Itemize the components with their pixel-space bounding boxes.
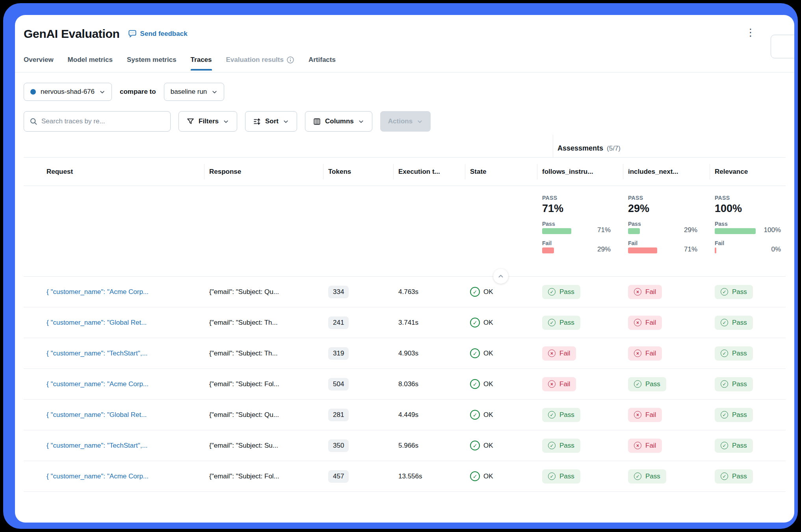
- col-header-includes-next[interactable]: includes_next...: [623, 158, 710, 186]
- table-header-row: Request Response Tokens Execution t... S…: [24, 158, 786, 186]
- tab-evaluation-results[interactable]: Evaluation results: [226, 56, 294, 70]
- badge-status-icon: ×: [634, 319, 641, 326]
- columns-button[interactable]: Columns: [305, 111, 372, 132]
- badge-status-icon: ✓: [548, 411, 556, 419]
- assessment-badge-includes[interactable]: ×Fail: [628, 439, 662, 453]
- clipped-edge-button[interactable]: [771, 35, 794, 58]
- assessment-badge-includes[interactable]: ✓Pass: [628, 377, 666, 391]
- assessment-badge-follows[interactable]: ✓Pass: [542, 439, 580, 453]
- badge-status-icon: ×: [548, 380, 556, 388]
- col-header-follows-instructions[interactable]: follows_instru...: [537, 158, 623, 186]
- tab-overview[interactable]: Overview: [24, 56, 54, 70]
- chevron-down-icon: [283, 119, 289, 125]
- baseline-run-dropdown[interactable]: baseline run: [164, 83, 225, 101]
- traces-table: Assessments (5/7) Request Response Token…: [24, 132, 786, 492]
- response-cell: {"email": "Subject: Su...: [209, 442, 278, 450]
- chevron-down-icon: [99, 89, 105, 95]
- col-header-state[interactable]: State: [465, 158, 537, 186]
- chevron-down-icon: [358, 119, 364, 125]
- table-row[interactable]: { "customer_name": "Acme Corp... {"email…: [24, 277, 786, 307]
- actions-button[interactable]: Actions: [380, 111, 431, 132]
- info-icon[interactable]: [286, 56, 294, 64]
- assessment-badge-relevance[interactable]: ✓Pass: [715, 346, 753, 361]
- request-link[interactable]: { "customer_name": "Acme Corp...: [46, 380, 149, 388]
- request-link[interactable]: { "customer_name": "TechStart",...: [46, 442, 148, 450]
- assessments-group-label: Assessments: [558, 144, 603, 153]
- table-row[interactable]: { "customer_name": "Global Ret... {"emai…: [24, 307, 786, 338]
- execution-time: 8.036s: [393, 369, 465, 399]
- badge-status-icon: ✓: [721, 472, 728, 480]
- collapse-summary-button[interactable]: [493, 269, 508, 284]
- assessment-badge-follows[interactable]: ✓Pass: [542, 316, 580, 330]
- badge-status-icon: ✓: [721, 411, 728, 419]
- col-header-execution-time[interactable]: Execution t...: [393, 158, 465, 186]
- badge-status-icon: ✓: [548, 472, 556, 480]
- table-row[interactable]: { "customer_name": "TechStart",... {"ema…: [24, 338, 786, 369]
- assessment-badge-follows[interactable]: ✓Pass: [542, 408, 580, 422]
- compare-to-label: compare to: [120, 88, 156, 96]
- table-row[interactable]: { "customer_name": "TechStart",... {"ema…: [24, 430, 786, 461]
- assessment-badge-includes[interactable]: ×Fail: [628, 346, 662, 361]
- state-cell: ✓OK: [465, 338, 537, 368]
- request-link[interactable]: { "customer_name": "Acme Corp...: [46, 472, 149, 480]
- request-link[interactable]: { "customer_name": "Global Ret...: [46, 319, 147, 327]
- state-cell: ✓OK: [465, 369, 537, 399]
- tab-system-metrics[interactable]: System metrics: [127, 56, 177, 70]
- app-card: GenAI Evaluation Send feedback ⋮: [15, 15, 794, 523]
- fail-bar: [542, 247, 554, 253]
- request-link[interactable]: { "customer_name": "Global Ret...: [46, 411, 147, 419]
- assessment-badge-relevance[interactable]: ✓Pass: [715, 377, 753, 391]
- run-name: nervous-shad-676: [41, 88, 95, 96]
- table-row[interactable]: { "customer_name": "Global Ret... {"emai…: [24, 400, 786, 430]
- execution-time: 13.556s: [393, 461, 465, 491]
- sort-button[interactable]: Sort: [245, 111, 297, 132]
- col-header-response[interactable]: Response: [204, 158, 323, 186]
- assessment-badge-follows[interactable]: ×Fail: [542, 377, 576, 391]
- assessment-badge-includes[interactable]: ×Fail: [628, 316, 662, 330]
- assessment-badge-includes[interactable]: ×Fail: [628, 285, 662, 299]
- table-row[interactable]: { "customer_name": "Acme Corp... {"email…: [24, 369, 786, 400]
- tokens-badge: 241: [328, 316, 349, 329]
- request-link[interactable]: { "customer_name": "TechStart",...: [46, 350, 148, 357]
- badge-status-icon: ✓: [721, 319, 728, 326]
- col-header-tokens[interactable]: Tokens: [323, 158, 393, 186]
- ok-check-icon: ✓: [470, 287, 480, 297]
- state-cell: ✓OK: [465, 307, 537, 338]
- filters-button[interactable]: Filters: [178, 111, 237, 132]
- search-icon: [30, 117, 37, 125]
- search-box[interactable]: [24, 111, 171, 132]
- col-header-relevance[interactable]: Relevance: [710, 158, 793, 186]
- badge-status-icon: ✓: [548, 319, 556, 326]
- assessment-badge-follows[interactable]: ✓Pass: [542, 469, 580, 484]
- tab-model-metrics[interactable]: Model metrics: [68, 56, 113, 70]
- assessment-badge-includes[interactable]: ×Fail: [628, 408, 662, 422]
- assessment-badge-includes[interactable]: ✓Pass: [628, 469, 666, 484]
- execution-time: 4.903s: [393, 338, 465, 368]
- assessment-badge-relevance[interactable]: ✓Pass: [715, 469, 753, 484]
- send-feedback-link[interactable]: Send feedback: [128, 29, 188, 39]
- assessment-badge-follows[interactable]: ×Fail: [542, 346, 576, 361]
- send-feedback-label: Send feedback: [140, 30, 188, 38]
- fail-bar: [715, 247, 716, 253]
- assessment-badge-follows[interactable]: ✓Pass: [542, 285, 580, 299]
- assessment-badge-relevance[interactable]: ✓Pass: [715, 439, 753, 453]
- badge-status-icon: ✓: [721, 288, 728, 296]
- col-header-request[interactable]: Request: [24, 158, 204, 186]
- execution-time: 3.741s: [393, 307, 465, 338]
- traces-toolbar: Filters Sort: [24, 111, 786, 132]
- run-select-dropdown[interactable]: nervous-shad-676: [24, 83, 112, 101]
- tab-traces[interactable]: Traces: [191, 56, 212, 70]
- assessment-badge-relevance[interactable]: ✓Pass: [715, 408, 753, 422]
- search-input[interactable]: [41, 117, 165, 125]
- state-cell: ✓OK: [465, 461, 537, 491]
- assessments-summary-row: PASS 71% Pass 71% Fail: [24, 186, 786, 277]
- ok-check-icon: ✓: [470, 410, 480, 420]
- tokens-badge: 350: [328, 439, 349, 452]
- table-row[interactable]: { "customer_name": "Acme Corp... {"email…: [24, 461, 786, 492]
- assessment-badge-relevance[interactable]: ✓Pass: [715, 316, 753, 330]
- request-link[interactable]: { "customer_name": "Acme Corp...: [46, 288, 149, 296]
- kebab-menu-icon[interactable]: ⋮: [742, 24, 760, 40]
- tokens-badge: 319: [328, 347, 349, 360]
- tab-artifacts[interactable]: Artifacts: [309, 56, 336, 70]
- assessment-badge-relevance[interactable]: ✓Pass: [715, 285, 753, 299]
